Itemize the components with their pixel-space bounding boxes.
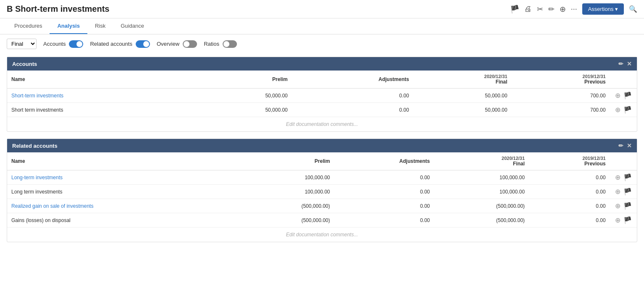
accounts-col-current: 2020/12/31 Final [413,71,512,89]
ratios-toggle-group: Ratios [204,40,237,48]
subrow-prelim: (500,000.00) [239,213,334,227]
subrow-final: (500,000.00) [434,213,529,227]
flag-subrow-button[interactable]: 🏴 [623,188,633,196]
table-row: Gains (losses) on disposal (500,000.00) … [7,213,637,227]
accounts-edit-icon[interactable]: ✏ [618,60,623,67]
row-prelim: 100,000.00 [239,170,334,185]
subrow-name: Long term investments [7,185,239,199]
print-icon[interactable]: 🖨 [524,5,532,13]
related-accounts-toggle-label: Related accounts [90,41,132,47]
row-final: 50,000.00 [413,89,512,103]
related-accounts-toggle[interactable] [136,40,150,48]
accounts-close-icon[interactable]: ✕ [627,60,632,67]
more-icon[interactable]: ··· [571,5,577,13]
row-name: Realized gain on sale of investments [7,199,239,213]
subrow-final: 100,000.00 [434,185,529,199]
row-prelim: (500,000.00) [239,199,334,213]
related-accounts-title: Related accounts [12,143,58,149]
related-col-actions [610,152,637,170]
accounts-toggle[interactable] [69,40,83,48]
tab-analysis[interactable]: Analysis [50,18,87,34]
flag-row-button[interactable]: 🏴 [623,92,633,99]
subrow-name: Gains (losses) on disposal [7,213,239,227]
table-row: Long-term investments 100,000.00 0.00 10… [7,170,637,185]
subrow-actions: ⊕ 🏴 [610,185,637,199]
add-row-button[interactable]: ⊕ [614,173,621,181]
accounts-col-previous: 2019/12/31 Previous [512,71,610,89]
flag-row-button[interactable]: 🏴 [623,202,633,210]
flag-icon[interactable]: 🏴 [510,5,519,14]
table-row: Long term investments 100,000.00 0.00 10… [7,185,637,199]
page-title: B Short-term investments [7,4,110,14]
subrow-previous: 700.00 [512,103,610,117]
pencil-icon[interactable]: ✏ [548,5,555,14]
row-previous: 0.00 [529,170,610,185]
row-adjustments: 0.00 [334,170,434,185]
assertions-button[interactable]: Assertions ▾ [582,3,624,15]
row-prelim: 50,000.00 [196,89,292,103]
accounts-header-actions: ✏ ✕ [618,60,632,67]
long-term-investments-link[interactable]: Long-term investments [11,175,63,180]
flag-subrow-button[interactable]: 🏴 [623,106,633,114]
subrow-previous: 0.00 [529,185,610,199]
scissors-icon[interactable]: ✂ [537,5,543,14]
page-header: B Short-term investments 🏴 🖨 ✂ ✏ ⊕ ··· A… [0,0,644,18]
accounts-table: Name Prelim Adjustments 2020/12/31 Final… [7,71,637,131]
overview-toggle-group: Overview [157,40,197,48]
subrow-adjustments: 0.00 [292,103,413,117]
related-col-current: 2020/12/31 Final [434,152,529,170]
overview-toggle-label: Overview [157,41,179,47]
realized-gain-link[interactable]: Realized gain on sale of investments [11,203,93,209]
related-accounts-table: Name Prelim Adjustments 2020/12/31 Final… [7,152,637,242]
related-col-previous: 2019/12/31 Previous [529,152,610,170]
tab-guidance[interactable]: Guidance [113,18,152,34]
subrow-adjustments: 0.00 [334,213,434,227]
ratios-toggle-label: Ratios [204,41,219,47]
related-comment-cell[interactable]: Edit documentation comments... [7,227,637,242]
related-accounts-header-actions: ✏ ✕ [618,142,632,149]
subrow-prelim: 50,000.00 [196,103,292,117]
accounts-header: Accounts ✏ ✕ [7,57,637,71]
subrow-actions: ⊕ 🏴 [610,213,637,227]
row-final: 100,000.00 [434,170,529,185]
row-actions: ⊕ 🏴 [610,89,637,103]
short-term-investments-link[interactable]: Short-term investments [11,93,63,99]
tab-risk[interactable]: Risk [87,18,113,34]
flag-subrow-button[interactable]: 🏴 [623,216,633,224]
add-row-button[interactable]: ⊕ [614,92,621,99]
accounts-toggle-group: Accounts [43,40,83,48]
accounts-panel: Accounts ✏ ✕ Name Prelim Adjustments 202… [7,57,637,132]
comment-cell[interactable]: Edit documentation comments... [7,117,637,132]
search-icon[interactable]: 🔍 [629,5,637,13]
toolbar: Final Prelim Accounts Related accounts O… [0,34,644,53]
row-actions: ⊕ 🏴 [610,170,637,185]
row-final: (500,000.00) [434,199,529,213]
period-select[interactable]: Final Prelim [7,39,37,49]
accounts-col-actions [610,71,637,89]
related-accounts-panel: Related accounts ✏ ✕ Name Prelim Adjustm… [7,139,637,242]
flag-row-button[interactable]: 🏴 [623,173,633,181]
row-name: Long-term investments [7,170,239,185]
accounts-title: Accounts [12,61,37,67]
ratios-toggle[interactable] [223,40,237,48]
add-subrow-button[interactable]: ⊕ [614,106,621,114]
accounts-toggle-label: Accounts [43,41,66,47]
subrow-name: Short term investments [7,103,196,117]
tab-procedures[interactable]: Procedures [7,18,50,34]
add-subrow-button[interactable]: ⊕ [614,216,621,224]
overview-toggle[interactable] [183,40,197,48]
related-comment-row[interactable]: Edit documentation comments... [7,227,637,242]
subrow-adjustments: 0.00 [334,185,434,199]
row-adjustments: 0.00 [292,89,413,103]
related-accounts-toggle-group: Related accounts [90,40,150,48]
add-row-button[interactable]: ⊕ [614,202,621,210]
add-subrow-button[interactable]: ⊕ [614,188,621,196]
table-row: Short-term investments 50,000.00 0.00 50… [7,89,637,103]
related-accounts-close-icon[interactable]: ✕ [627,142,632,149]
table-row: Realized gain on sale of investments (50… [7,199,637,213]
row-actions: ⊕ 🏴 [610,199,637,213]
adjust-icon[interactable]: ⊕ [560,5,566,14]
related-accounts-edit-icon[interactable]: ✏ [618,142,623,149]
subrow-previous: 0.00 [529,213,610,227]
comment-row[interactable]: Edit documentation comments... [7,117,637,132]
